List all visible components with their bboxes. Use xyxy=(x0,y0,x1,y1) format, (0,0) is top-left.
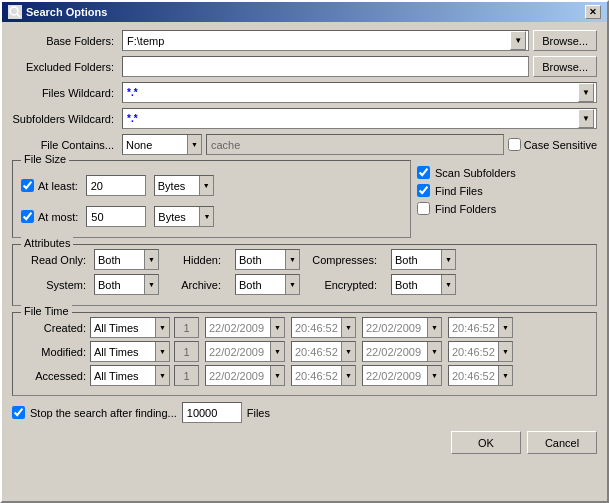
accessed-date2-arrow[interactable]: ▼ xyxy=(427,366,441,385)
at-least-checkbox[interactable] xyxy=(21,179,34,192)
excluded-folders-label: Excluded Folders: xyxy=(12,61,122,73)
modified-row: Modified: All Times ▼ 22/02/2009 ▼ 20:46… xyxy=(21,341,588,362)
modified-date2-arrow[interactable]: ▼ xyxy=(427,342,441,361)
at-most-checkbox[interactable] xyxy=(21,210,34,223)
encrypted-combo[interactable]: Both ▼ xyxy=(391,274,456,295)
modified-date1-combo[interactable]: 22/02/2009 ▼ xyxy=(205,341,285,362)
subfolders-wildcard-arrow[interactable]: ▼ xyxy=(578,109,594,128)
created-option: All Times xyxy=(91,322,155,334)
file-contains-text-input[interactable] xyxy=(206,134,504,155)
ok-cancel-row: OK Cancel xyxy=(12,431,597,460)
created-date2-arrow[interactable]: ▼ xyxy=(427,318,441,337)
created-date1-arrow[interactable]: ▼ xyxy=(270,318,284,337)
excluded-folders-input[interactable] xyxy=(122,56,529,77)
hidden-combo[interactable]: Both ▼ xyxy=(235,249,300,270)
accessed-time1-combo[interactable]: 20:46:52 ▼ xyxy=(291,365,356,386)
accessed-time2: 20:46:52 xyxy=(449,370,498,382)
at-most-unit-combo[interactable]: Bytes ▼ xyxy=(154,206,214,227)
accessed-time1-arrow[interactable]: ▼ xyxy=(341,366,355,385)
accessed-date2-combo[interactable]: 22/02/2009 ▼ xyxy=(362,365,442,386)
modified-date2-combo[interactable]: 22/02/2009 ▼ xyxy=(362,341,442,362)
files-wildcard-combo[interactable]: *.* ▼ xyxy=(122,82,597,103)
stop-after-checkbox[interactable] xyxy=(12,406,25,419)
at-most-unit-arrow[interactable]: ▼ xyxy=(199,207,213,226)
at-least-unit-combo[interactable]: Bytes ▼ xyxy=(154,175,214,196)
at-most-input[interactable] xyxy=(86,206,146,227)
attributes-section: Attributes Read Only: Both ▼ Hidden: Bot… xyxy=(12,244,597,306)
base-folders-browse[interactable]: Browse... xyxy=(533,30,597,51)
title-bar: Search Options ✕ xyxy=(2,2,607,22)
compresses-arrow[interactable]: ▼ xyxy=(441,250,455,269)
attributes-row2: System: Both ▼ Archive: Both ▼ Encrypted… xyxy=(21,274,588,295)
file-contains-option: None xyxy=(123,139,187,151)
file-time-section: File Time Created: All Times ▼ 22/02/200… xyxy=(12,312,597,396)
read-only-label: Read Only: xyxy=(21,254,86,266)
base-folders-arrow[interactable]: ▼ xyxy=(510,31,526,50)
stop-after-input[interactable] xyxy=(182,402,242,423)
at-least-unit-arrow[interactable]: ▼ xyxy=(199,176,213,195)
archive-arrow[interactable]: ▼ xyxy=(285,275,299,294)
created-date1-combo[interactable]: 22/02/2009 ▼ xyxy=(205,317,285,338)
case-sensitive-checkbox[interactable] xyxy=(508,138,521,151)
file-contains-combo-arrow[interactable]: ▼ xyxy=(187,135,201,154)
created-day-input[interactable] xyxy=(174,317,199,338)
created-label: Created: xyxy=(21,322,86,334)
created-time2-arrow[interactable]: ▼ xyxy=(498,318,512,337)
files-wildcard-label: Files Wildcard: xyxy=(12,87,122,99)
modified-date2: 22/02/2009 xyxy=(363,346,427,358)
accessed-date1-arrow[interactable]: ▼ xyxy=(270,366,284,385)
scan-subfolders-checkbox[interactable] xyxy=(417,166,430,179)
base-folders-row: Base Folders: F:\temp ▼ Browse... xyxy=(12,30,597,51)
system-combo[interactable]: Both ▼ xyxy=(94,274,159,295)
modified-time2-arrow[interactable]: ▼ xyxy=(498,342,512,361)
created-time2-combo[interactable]: 20:46:52 ▼ xyxy=(448,317,513,338)
subfolders-wildcard-combo[interactable]: *.* ▼ xyxy=(122,108,597,129)
created-combo[interactable]: All Times ▼ xyxy=(90,317,170,338)
created-date2-combo[interactable]: 22/02/2009 ▼ xyxy=(362,317,442,338)
modified-combo-arrow[interactable]: ▼ xyxy=(155,342,169,361)
accessed-day-input[interactable] xyxy=(174,365,199,386)
modified-label: Modified: xyxy=(21,346,86,358)
ok-button[interactable]: OK xyxy=(451,431,521,454)
read-only-combo[interactable]: Both ▼ xyxy=(94,249,159,270)
accessed-combo-arrow[interactable]: ▼ xyxy=(155,366,169,385)
find-files-checkbox[interactable] xyxy=(417,184,430,197)
archive-combo[interactable]: Both ▼ xyxy=(235,274,300,295)
at-least-input[interactable] xyxy=(86,175,146,196)
files-wildcard-arrow[interactable]: ▼ xyxy=(578,83,594,102)
cancel-button[interactable]: Cancel xyxy=(527,431,597,454)
excluded-folders-row: Excluded Folders: Browse... xyxy=(12,56,597,77)
file-contains-row: File Contains... None ▼ Case Sensitive xyxy=(12,134,597,155)
modified-date1-arrow[interactable]: ▼ xyxy=(270,342,284,361)
close-button[interactable]: ✕ xyxy=(585,5,601,19)
excluded-folders-browse[interactable]: Browse... xyxy=(533,56,597,77)
attributes-title: Attributes xyxy=(21,237,73,249)
modified-day-input[interactable] xyxy=(174,341,199,362)
window-icon xyxy=(8,5,22,19)
find-folders-label: Find Folders xyxy=(435,203,496,215)
accessed-combo[interactable]: All Times ▼ xyxy=(90,365,170,386)
accessed-date1-combo[interactable]: 22/02/2009 ▼ xyxy=(205,365,285,386)
archive-label: Archive: xyxy=(167,279,227,291)
encrypted-arrow[interactable]: ▼ xyxy=(441,275,455,294)
created-time1-combo[interactable]: 20:46:52 ▼ xyxy=(291,317,356,338)
hidden-arrow[interactable]: ▼ xyxy=(285,250,299,269)
modified-time2-combo[interactable]: 20:46:52 ▼ xyxy=(448,341,513,362)
base-folders-combo[interactable]: F:\temp ▼ xyxy=(122,30,529,51)
created-combo-arrow[interactable]: ▼ xyxy=(155,318,169,337)
find-folders-checkbox[interactable] xyxy=(417,202,430,215)
accessed-time2-combo[interactable]: 20:46:52 ▼ xyxy=(448,365,513,386)
created-time1-arrow[interactable]: ▼ xyxy=(341,318,355,337)
compresses-combo[interactable]: Both ▼ xyxy=(391,249,456,270)
bottom-bar: Stop the search after finding... Files xyxy=(12,402,597,423)
modified-time1-combo[interactable]: 20:46:52 ▼ xyxy=(291,341,356,362)
read-only-arrow[interactable]: ▼ xyxy=(144,250,158,269)
system-arrow[interactable]: ▼ xyxy=(144,275,158,294)
stop-after-group: Stop the search after finding... Files xyxy=(12,402,597,423)
accessed-time2-arrow[interactable]: ▼ xyxy=(498,366,512,385)
files-label: Files xyxy=(247,407,270,419)
modified-time1-arrow[interactable]: ▼ xyxy=(341,342,355,361)
modified-combo[interactable]: All Times ▼ xyxy=(90,341,170,362)
file-contains-combo[interactable]: None ▼ xyxy=(122,134,202,155)
encrypted-label: Encrypted: xyxy=(308,279,383,291)
